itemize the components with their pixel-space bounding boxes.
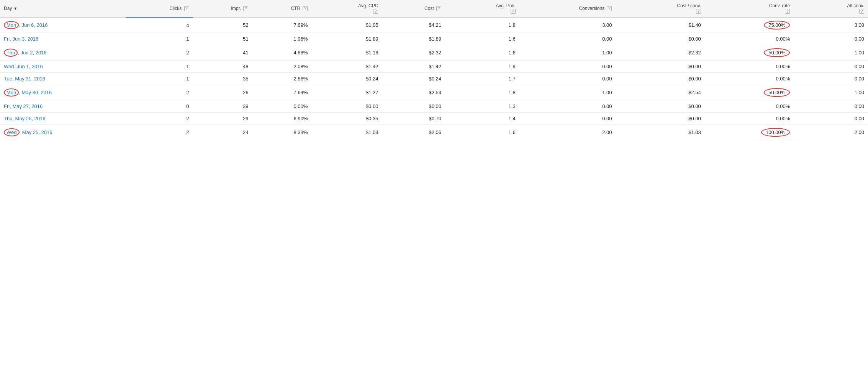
column-header-avg_pos[interactable]: Avg. Pos.? [445,0,519,17]
cell-avg_cpc: $0.35 [311,113,382,125]
cell-avg_cpc: $1.03 [311,125,382,140]
cell-ctr: 7.69% [252,85,311,100]
help-icon-cost_conv: ? [696,9,701,14]
column-header-impr[interactable]: Impr. ? [193,0,252,17]
column-header-cost[interactable]: Cost ? [382,0,445,17]
table-row: Wed, Jun 1, 20161482.08%$1.42$1.421.90.0… [0,61,868,73]
cell-impr: 41 [193,45,252,61]
cell-conv: 2.00 [519,125,616,140]
table-row: Thu, May 26, 20162296.90%$0.35$0.701.40.… [0,113,868,125]
cell-all_conv: 1.00 [794,85,868,100]
table-row: Thu, Jun 2, 20162414.88%$1.16$2.321.61.0… [0,45,868,61]
col-label-avg_cpc: Avg. CPC [358,3,378,8]
cell-impr: 48 [193,61,252,73]
column-header-conv_rate[interactable]: Conv. rate? [705,0,794,17]
cell-cost: $0.00 [382,100,445,113]
column-header-clicks[interactable]: Clicks ? [126,0,193,17]
table-row: Fri, Jun 3, 20161511.96%$1.89$1.891.60.0… [0,33,868,45]
cell-clicks: 0 [126,100,193,113]
conv-rate-circled: 100.00% [761,128,790,137]
cell-conv: 0.00 [519,73,616,85]
col-label-cost_conv: Cost / conv. [677,3,701,8]
cell-cost: $4.21 [382,17,445,33]
cell-day: Wed, Jun 1, 2016 [0,61,126,73]
table-row: Fri, May 27, 20160390.00%$0.00$0.001.30.… [0,100,868,113]
cell-day: Mon, May 30, 2016 [0,85,126,100]
cell-cost: $0.70 [382,113,445,125]
column-header-day[interactable]: Day ▼ [0,0,126,17]
help-icon-ctr: ? [303,6,308,11]
cell-impr: 24 [193,125,252,140]
col-label-impr: Impr. [231,6,241,11]
day-rest: , May 25, 2016 [20,129,52,135]
help-icon-cost: ? [436,6,441,11]
cell-ctr: 2.08% [252,61,311,73]
table-row: Mon, May 30, 20162267.69%$1.27$2.541.81.… [0,85,868,100]
cell-cost: $2.32 [382,45,445,61]
cell-avg_cpc: $1.42 [311,61,382,73]
cell-clicks: 4 [126,17,193,33]
cell-avg_cpc: $1.05 [311,17,382,33]
cell-conv_rate: 50.00% [705,45,794,61]
cell-clicks: 2 [126,45,193,61]
cell-conv: 0.00 [519,61,616,73]
cell-cost_conv: $0.00 [616,73,704,85]
cell-cost_conv: $1.03 [616,125,704,140]
cell-conv_rate: 0.00% [705,33,794,45]
cell-cost: $2.54 [382,85,445,100]
day-name-circled: Thu [4,49,18,57]
cell-cost_conv: $0.00 [616,100,704,113]
cell-day: Fri, Jun 3, 2016 [0,33,126,45]
col-label-conv: Conversions [579,6,604,11]
cell-cost: $1.89 [382,33,445,45]
cell-conv_rate: 0.00% [705,61,794,73]
cell-cost_conv: $0.00 [616,61,704,73]
day-name-circled: Wed [4,128,20,136]
cell-clicks: 1 [126,61,193,73]
cell-all_conv: 2.00 [794,125,868,140]
cell-cost: $1.42 [382,61,445,73]
column-header-conv[interactable]: Conversions ? [519,0,616,17]
cell-ctr: 6.90% [252,113,311,125]
cell-conv_rate: 50.00% [705,85,794,100]
help-icon-all_conv: ? [859,9,864,14]
cell-all_conv: 0.00 [794,113,868,125]
cell-conv: 3.00 [519,17,616,33]
col-label-all_conv: All conv. [847,3,864,8]
table-row: Mon, Jun 6, 20164527.69%$1.05$4.211.83.0… [0,17,868,33]
cell-avg_pos: 1.6 [445,45,519,61]
help-icon-avg_cpc: ? [373,9,378,14]
col-label-clicks: Clicks [169,6,182,11]
column-header-ctr[interactable]: CTR ? [252,0,311,17]
cell-day: Wed, May 25, 2016 [0,125,126,140]
help-icon-clicks: ? [184,6,189,11]
cell-ctr: 8.33% [252,125,311,140]
cell-ctr: 0.00% [252,100,311,113]
cell-ctr: 7.69% [252,17,311,33]
column-header-cost_conv[interactable]: Cost / conv.? [616,0,704,17]
day-header-label: Day [4,6,12,11]
cell-all_conv: 0.00 [794,33,868,45]
cell-all_conv: 0.00 [794,61,868,73]
cell-impr: 51 [193,33,252,45]
cell-avg_pos: 1.8 [445,85,519,100]
day-name-circled: Mon [4,21,19,29]
conv-rate-circled: 50.00% [764,88,790,97]
cell-all_conv: 1.00 [794,45,868,61]
cell-conv_rate: 100.00% [705,125,794,140]
cell-clicks: 2 [126,125,193,140]
cell-avg_cpc: $1.16 [311,45,382,61]
column-header-all_conv[interactable]: All conv.? [794,0,868,17]
cell-impr: 35 [193,73,252,85]
cell-cost: $2.06 [382,125,445,140]
cell-clicks: 2 [126,85,193,100]
conv-rate-circled: 50.00% [764,48,790,57]
cell-impr: 39 [193,100,252,113]
cell-cost_conv: $0.00 [616,33,704,45]
cell-avg_cpc: $1.89 [311,33,382,45]
col-label-cost: Cost [424,6,434,11]
column-header-avg_cpc[interactable]: Avg. CPC? [311,0,382,17]
cell-conv: 0.00 [519,33,616,45]
cell-day: Tue, May 31, 2016 [0,73,126,85]
day-name-circled: Mon [4,88,19,97]
